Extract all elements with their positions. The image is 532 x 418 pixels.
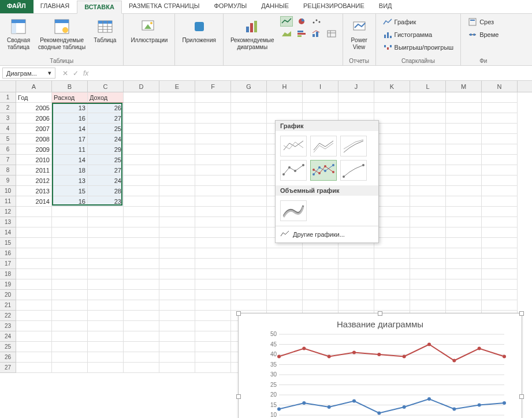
cell[interactable] xyxy=(231,113,267,124)
cell[interactable] xyxy=(410,165,446,176)
cell[interactable] xyxy=(195,155,231,165)
cell[interactable] xyxy=(410,269,446,279)
cell[interactable] xyxy=(52,321,88,331)
cell[interactable] xyxy=(52,342,88,352)
cell[interactable] xyxy=(159,144,195,155)
cell[interactable] xyxy=(267,248,303,259)
cell[interactable] xyxy=(52,269,88,279)
cell[interactable] xyxy=(446,279,482,290)
cell[interactable] xyxy=(124,176,159,186)
cell[interactable] xyxy=(231,165,267,176)
row-header[interactable]: 22 xyxy=(0,311,16,321)
cell[interactable] xyxy=(374,176,410,186)
cell[interactable] xyxy=(195,300,231,311)
column-header[interactable]: I xyxy=(303,81,338,92)
cell[interactable] xyxy=(52,311,88,321)
table-button[interactable]: Таблица xyxy=(91,16,118,45)
cell[interactable] xyxy=(124,259,159,269)
powerview-button[interactable]: Power View xyxy=(348,16,371,52)
cell[interactable] xyxy=(88,238,124,248)
cell[interactable]: 2007 xyxy=(16,124,52,134)
cell[interactable] xyxy=(374,103,410,113)
cell[interactable] xyxy=(482,144,518,155)
cell[interactable] xyxy=(88,269,124,279)
cell[interactable] xyxy=(410,176,446,186)
cell[interactable] xyxy=(159,321,195,331)
cell[interactable] xyxy=(231,134,267,144)
cell[interactable]: 28 xyxy=(88,186,124,196)
chart-type-pie-button[interactable] xyxy=(295,16,308,27)
cell[interactable] xyxy=(124,196,159,207)
cell[interactable] xyxy=(267,103,303,113)
sparkline-column-button[interactable]: Гистограмма xyxy=(381,29,435,40)
row-header[interactable]: 5 xyxy=(0,134,16,144)
cell[interactable] xyxy=(124,103,159,113)
row-header[interactable]: 11 xyxy=(0,196,16,207)
cell[interactable] xyxy=(159,352,195,363)
cell[interactable] xyxy=(482,248,518,259)
row-header[interactable]: 15 xyxy=(0,238,16,248)
tab-formulas[interactable]: ФОРМУЛЫ xyxy=(207,0,254,13)
cell[interactable] xyxy=(231,92,267,103)
cell[interactable] xyxy=(16,227,52,238)
cell[interactable] xyxy=(374,248,410,259)
cell[interactable]: 18 xyxy=(52,165,88,176)
cell[interactable] xyxy=(159,103,195,113)
cell[interactable] xyxy=(482,165,518,176)
cell[interactable] xyxy=(16,300,52,311)
cell[interactable] xyxy=(446,165,482,176)
cell[interactable]: 15 xyxy=(52,186,88,196)
cell[interactable] xyxy=(124,92,159,103)
cell[interactable] xyxy=(124,279,159,290)
cell[interactable] xyxy=(446,227,482,238)
cell[interactable] xyxy=(124,352,159,363)
cell[interactable] xyxy=(195,290,231,300)
cell[interactable] xyxy=(195,186,231,196)
cell[interactable]: 2014 xyxy=(16,196,52,207)
cell[interactable]: 2011 xyxy=(16,165,52,176)
cell[interactable]: 2012 xyxy=(16,176,52,186)
cell[interactable] xyxy=(303,259,338,269)
cell[interactable] xyxy=(16,217,52,227)
cell[interactable] xyxy=(124,155,159,165)
cell[interactable] xyxy=(124,207,159,217)
cell[interactable] xyxy=(124,113,159,124)
cell[interactable] xyxy=(231,300,267,311)
cell[interactable] xyxy=(16,269,52,279)
cell[interactable] xyxy=(159,165,195,176)
cell[interactable] xyxy=(52,352,88,363)
cell[interactable] xyxy=(16,342,52,352)
row-header[interactable]: 27 xyxy=(0,363,16,373)
row-header[interactable]: 8 xyxy=(0,165,16,176)
cell[interactable] xyxy=(16,352,52,363)
cell[interactable] xyxy=(482,238,518,248)
cell[interactable] xyxy=(195,227,231,238)
cell[interactable] xyxy=(410,279,446,290)
cell[interactable] xyxy=(159,217,195,227)
cell[interactable] xyxy=(446,217,482,227)
cell[interactable] xyxy=(303,92,338,103)
cell[interactable] xyxy=(88,279,124,290)
cell[interactable] xyxy=(446,290,482,300)
row-header[interactable]: 21 xyxy=(0,300,16,311)
cell[interactable] xyxy=(195,113,231,124)
cell[interactable] xyxy=(374,155,410,165)
row-header[interactable]: 13 xyxy=(0,217,16,227)
cell[interactable] xyxy=(195,269,231,279)
cell[interactable] xyxy=(195,331,231,342)
cell[interactable] xyxy=(159,342,195,352)
cell[interactable] xyxy=(410,103,446,113)
more-line-charts-button[interactable]: Другие графики... xyxy=(276,226,378,242)
cell[interactable] xyxy=(52,217,88,227)
cell[interactable] xyxy=(482,113,518,124)
cell[interactable] xyxy=(88,259,124,269)
cell[interactable] xyxy=(195,134,231,144)
cell[interactable]: 26 xyxy=(88,103,124,113)
cell[interactable] xyxy=(338,290,374,300)
cell[interactable] xyxy=(231,238,267,248)
cell[interactable] xyxy=(159,290,195,300)
tab-home[interactable]: ГЛАВНАЯ xyxy=(34,0,77,13)
cell[interactable] xyxy=(195,363,231,373)
cell[interactable]: 16 xyxy=(52,196,88,207)
cell[interactable] xyxy=(124,363,159,373)
